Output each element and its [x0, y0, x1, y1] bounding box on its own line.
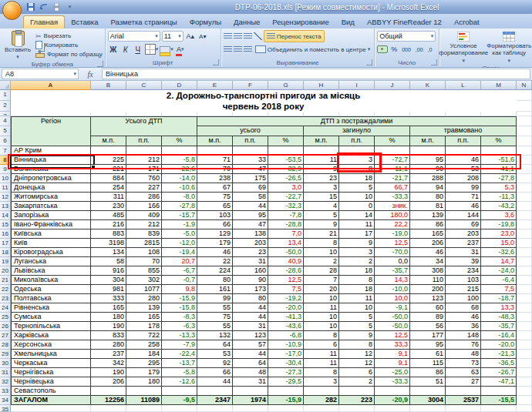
cell-L24[interactable]: 68 [446, 303, 481, 313]
cell-F11[interactable]: 69 [233, 183, 268, 193]
cell-C19[interactable]: 70 [126, 257, 162, 266]
cell-J11[interactable]: 66,7 [375, 183, 410, 193]
select-all-corner[interactable] [0, 81, 11, 90]
print-icon[interactable] [51, 2, 62, 12]
cell-C30[interactable]: 295 [126, 359, 162, 368]
tab-вставка[interactable]: Вставка [65, 16, 104, 28]
cell-H17[interactable]: 8 [304, 239, 339, 248]
cell-J13[interactable]: зник. [375, 202, 410, 211]
cell-C32[interactable]: 180 [126, 377, 162, 387]
cell-A16[interactable]: Київська [11, 229, 91, 239]
cell-M34[interactable]: -15,5 [481, 396, 517, 405]
row-header-8[interactable]: 8 [0, 156, 11, 165]
align-center-icon[interactable] [234, 46, 242, 52]
cell-I17[interactable]: 9 [339, 239, 375, 248]
column-header-I[interactable]: I [339, 81, 375, 90]
cell-J16[interactable]: -19,0 [375, 229, 410, 239]
cell-J29[interactable]: 9,1 [375, 350, 410, 359]
column-header-B[interactable]: B [91, 81, 126, 90]
cell-G34[interactable]: -15,9 [268, 396, 304, 405]
cell-N15[interactable] [517, 220, 532, 229]
row-header-26[interactable]: 26 [0, 322, 11, 331]
cell-J10[interactable]: -21,7 [375, 174, 410, 183]
cell-J32[interactable]: -33,3 [375, 377, 410, 387]
cell-N24[interactable] [517, 303, 532, 313]
cell-H34[interactable]: 282 [304, 396, 339, 405]
cell-N11[interactable] [517, 183, 532, 193]
row-header-2[interactable]: 2 [0, 101, 11, 112]
cell-B25[interactable]: 180 [91, 313, 126, 322]
cell-K32[interactable]: 51 [410, 377, 446, 387]
cell-J8[interactable]: -72,7 [375, 156, 410, 165]
cell-I28[interactable]: 8 [339, 340, 375, 350]
row-header-9[interactable]: 9 [0, 165, 11, 174]
cell-N18[interactable] [517, 248, 532, 257]
cell-N5[interactable] [517, 126, 532, 136]
format-painter-button[interactable]: Формат по образцу [35, 50, 103, 59]
cell-H18[interactable]: 10 [304, 248, 339, 257]
cell-M21[interactable]: -6,4 [481, 276, 517, 285]
cell-L22[interactable]: 215 [446, 285, 481, 294]
cell-G30[interactable]: -30,4 [268, 359, 304, 368]
cell-N7[interactable] [517, 146, 532, 156]
cell-K8[interactable]: 95 [410, 156, 446, 165]
cell-N16[interactable] [517, 229, 532, 239]
column-header-G[interactable]: G [268, 81, 304, 90]
cell-J26[interactable]: -50,0 [375, 322, 410, 331]
cell-K25[interactable]: 89 [410, 313, 446, 322]
cell-I18[interactable]: 3 [339, 248, 375, 257]
cell-J31[interactable]: -25,0 [375, 368, 410, 377]
cell-C15[interactable]: 212 [126, 220, 162, 229]
cell-F33[interactable] [233, 387, 268, 396]
cell-F31[interactable]: 48 [233, 368, 268, 377]
cell-K33[interactable] [410, 387, 446, 396]
column-header-K[interactable]: K [410, 81, 446, 90]
cell-K21[interactable]: 110 [410, 276, 446, 285]
header-unit-M6[interactable]: % [481, 136, 517, 146]
cell-C27[interactable]: 722 [126, 331, 162, 340]
cell-J24[interactable]: -9,1 [375, 303, 410, 313]
cell-L14[interactable]: 144 [446, 211, 481, 220]
cell-C12[interactable]: 286 [126, 193, 162, 202]
cell-M26[interactable]: -35,7 [481, 322, 517, 331]
cell-F29[interactable]: 44 [233, 350, 268, 359]
cell-A24[interactable]: Рівненська [11, 303, 91, 313]
row-header-15[interactable]: 15 [0, 220, 11, 229]
header-unit-K6[interactable]: м.п. [410, 136, 446, 146]
cell-F21[interactable]: 90 [233, 276, 268, 285]
sheet-title-line1[interactable]: 2. Дорожньо-транспортні пригоди за місяц… [11, 90, 517, 101]
tab-рецензирование[interactable]: Рецензирование [266, 16, 335, 28]
cell-E33[interactable] [197, 387, 233, 396]
tab-разметка-страницы[interactable]: Разметка страницы [104, 16, 183, 28]
name-box[interactable]: A8▾ [2, 69, 79, 79]
cell-B28[interactable]: 280 [91, 340, 126, 350]
cell-A12[interactable]: Житомирська [11, 193, 91, 202]
cell-D20[interactable]: -6,7 [162, 266, 197, 276]
cell-F35[interactable] [233, 405, 268, 412]
office-button[interactable] [2, 1, 22, 20]
cell-D12[interactable]: -8,0 [162, 193, 197, 202]
cell-A23[interactable]: Полтавська [11, 294, 91, 303]
number-format-combo[interactable]: Общий▾ [377, 31, 436, 42]
cell-A35[interactable] [11, 405, 91, 412]
cell-H19[interactable]: 2 [304, 257, 339, 266]
cell-M7[interactable] [481, 146, 517, 156]
cell-A19[interactable]: Луганська [11, 257, 91, 266]
header-unit-D6[interactable]: % [162, 136, 197, 146]
cell-D33[interactable] [162, 387, 197, 396]
cell-N8[interactable] [517, 156, 532, 165]
cell-D35[interactable] [162, 405, 197, 412]
cell-J33[interactable] [375, 387, 410, 396]
cell-E13[interactable]: 65 [197, 202, 233, 211]
cell-B21[interactable]: 304 [91, 276, 126, 285]
cell-N17[interactable] [517, 239, 532, 248]
cell-K24[interactable]: 60 [410, 303, 446, 313]
cell-H29[interactable]: 11 [304, 350, 339, 359]
cell-G17[interactable]: 13,4 [268, 239, 304, 248]
cell-K18[interactable]: 46 [410, 248, 446, 257]
cell-F14[interactable]: 95 [233, 211, 268, 220]
column-header-C[interactable]: C [126, 81, 162, 90]
cell-N19[interactable] [517, 257, 532, 266]
cell-L34[interactable]: 2537 [446, 396, 481, 405]
cell-N21[interactable] [517, 276, 532, 285]
